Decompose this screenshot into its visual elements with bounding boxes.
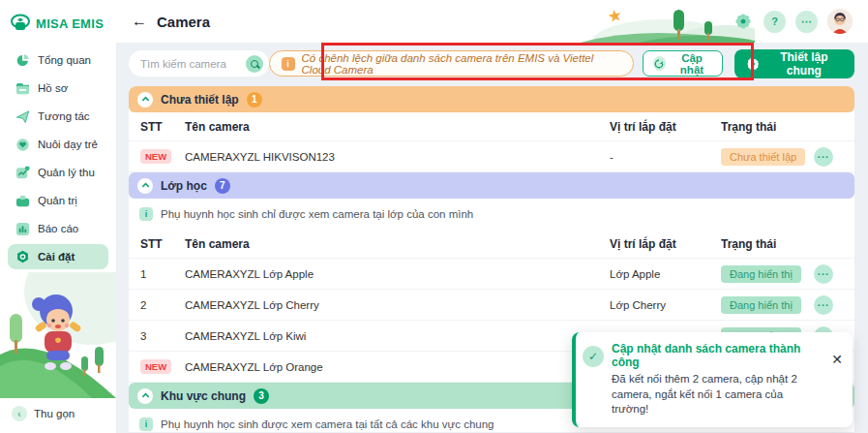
app-logo[interactable]: MISA EMIS (0, 0, 116, 42)
paper-plane-icon (15, 108, 30, 124)
sidebar-item-label: Tổng quan (38, 54, 91, 66)
alert-group: i Có chênh lệch giữa danh sách camera tr… (269, 50, 724, 77)
info-icon: i (139, 418, 153, 431)
camera-name: CAMERAXYZL Lớp Orange (185, 361, 610, 373)
camera-name: CAMERAXYZL Lớp Apple (185, 268, 610, 280)
close-icon[interactable]: ✕ (831, 352, 843, 367)
sidebar-item-quan-ly-thu[interactable]: Quản lý thu (8, 160, 108, 185)
col-stt: STT (140, 237, 185, 251)
gear-icon (747, 57, 759, 71)
sidebar-collapse-button[interactable]: ‹ Thu gọn (0, 398, 116, 433)
sidebar-illustration (0, 272, 116, 398)
chevron-up-icon[interactable] (137, 388, 153, 404)
app-logo-text: MISA EMIS (36, 16, 104, 31)
col-name: Tên camera (185, 237, 610, 251)
camera-name: CAMERAXYZL Lớp Cherry (185, 299, 610, 311)
pie-chart-icon (15, 52, 30, 68)
camera-mismatch-alert: i Có chênh lệch giữa danh sách camera tr… (269, 50, 634, 77)
camera-settings-page: MISA EMIS Tổng quan Hồ sơ Tương tác Nuôi… (0, 0, 868, 433)
row-index: 3 (140, 330, 185, 342)
chevron-up-icon[interactable] (137, 178, 153, 194)
sidebar-item-ho-so[interactable]: Hồ sơ (8, 76, 108, 101)
user-avatar[interactable] (827, 9, 853, 34)
folder-icon (15, 80, 30, 96)
settings-flower-icon[interactable] (732, 11, 754, 33)
topbar: ← Camera ★ ? ⋯ (116, 0, 868, 43)
row-index: 2 (140, 299, 185, 311)
new-badge: NEW (140, 359, 171, 374)
search-box (129, 50, 269, 77)
camera-name: CAMERAXYZL HIKVISON123 (185, 151, 610, 163)
briefcase-icon (15, 193, 30, 208)
sidebar-item-tong-quan[interactable]: Tổng quan (8, 47, 108, 73)
settings-button-label: Thiết lập chung (766, 50, 842, 77)
gear-icon (15, 249, 30, 264)
status-badge: Chưa thiết lập (721, 148, 805, 166)
table-row: NEW CAMERAXYZL HIKVISON123 - Chưa thiết … (129, 141, 854, 172)
camera-location: - (610, 151, 721, 163)
table-header-row: STT Tên camera Vị trí lắp đặt Trạng thái (129, 230, 854, 259)
col-status: Trạng thái (721, 237, 814, 251)
section-header-chua-thiet-lap[interactable]: Chưa thiết lập 1 (129, 86, 854, 112)
back-arrow-icon[interactable]: ← (132, 14, 147, 29)
check-circle-icon: ✓ (583, 346, 604, 367)
alert-text: Có chênh lệch giữa danh sách camera trên… (302, 52, 621, 76)
update-button-label: Cập nhật (672, 52, 713, 76)
sync-icon (653, 56, 666, 71)
section-title: Chưa thiết lập (161, 93, 239, 107)
section-note: i Phụ huynh học sinh chỉ được xem camera… (129, 199, 854, 230)
sidebar-item-label: Cài đặt (38, 251, 75, 263)
header-decoration: ★ (581, 0, 755, 43)
sidebar-item-bao-cao[interactable]: Báo cáo (8, 216, 108, 241)
table-row: 1 CAMERAXYZL Lớp Apple Lớp Apple Đang hi… (129, 259, 854, 290)
col-status: Trạng thái (721, 120, 814, 134)
collapse-label: Thu gọn (34, 408, 75, 419)
topbar-icons: ? ⋯ (732, 9, 853, 34)
chevron-left-icon: ‹ (12, 406, 27, 421)
info-icon: i (139, 207, 153, 221)
sidebar-item-label: Quản lý thu (38, 167, 95, 178)
page-title: Camera (157, 14, 210, 30)
revenue-chart-icon (15, 165, 30, 180)
camera-location: Lớp Cherry (610, 299, 721, 311)
section-title: Lớp học (161, 179, 207, 193)
note-text: Phụ huynh học sinh chỉ được xem camera t… (161, 208, 473, 220)
section-title: Khu vực chung (161, 389, 246, 403)
section-count-badge: 7 (215, 178, 230, 194)
help-icon[interactable]: ? (763, 11, 786, 33)
sidebar-item-label: Tương tác (38, 110, 90, 122)
sidebar-item-nuoi-day-tre[interactable]: Nuôi dạy trẻ (8, 132, 108, 157)
section-header-lop-hoc[interactable]: Lớp học 7 (129, 172, 854, 199)
section-count-badge: 1 (247, 92, 262, 108)
camera-name: CAMERAXYZL Lớp Kiwi (185, 330, 610, 342)
general-settings-button[interactable]: Thiết lập chung (734, 49, 854, 78)
success-toast: ✓ Cập nhật danh sách camera thành công Đ… (572, 332, 853, 427)
col-name: Tên camera (185, 120, 610, 134)
table-header-row: STT Tên camera Vị trí lắp đặt Trạng thái (129, 112, 854, 141)
sidebar-item-label: Báo cáo (38, 223, 78, 234)
row-more-button[interactable]: ··· (814, 264, 833, 284)
search-input[interactable] (140, 58, 246, 70)
col-stt: STT (140, 120, 185, 134)
chevron-up-icon[interactable] (137, 92, 153, 108)
update-button[interactable]: Cập nhật (643, 50, 724, 77)
sidebar-item-label: Hồ sơ (38, 82, 68, 94)
status-badge: Đang hiển thị (721, 296, 801, 314)
new-badge: NEW (140, 149, 171, 164)
toolbar: i Có chênh lệch giữa danh sách camera tr… (129, 48, 854, 78)
misa-emis-logo-icon (10, 13, 31, 34)
row-more-button[interactable]: ··· (814, 147, 833, 167)
col-location: Vị trí lắp đặt (610, 237, 721, 251)
info-icon: i (282, 57, 295, 71)
more-options-icon[interactable]: ⋯ (795, 11, 818, 33)
star-icon: ★ (606, 5, 624, 28)
sidebar-item-label: Nuôi dạy trẻ (38, 139, 98, 150)
row-more-button[interactable]: ··· (814, 295, 833, 315)
note-text: Phụ huynh học sinh được xem camera tại t… (161, 418, 494, 430)
toast-message: Đã kết nối thêm 2 camera, cập nhật 2 cam… (612, 372, 822, 418)
sidebar-item-cai-dat[interactable]: Cài đặt (8, 244, 108, 269)
sidebar-item-tuong-tac[interactable]: Tương tác (8, 104, 108, 129)
row-index: 1 (140, 268, 185, 280)
search-icon[interactable] (246, 55, 263, 73)
sidebar-item-quan-tri[interactable]: Quản trị (8, 188, 108, 213)
